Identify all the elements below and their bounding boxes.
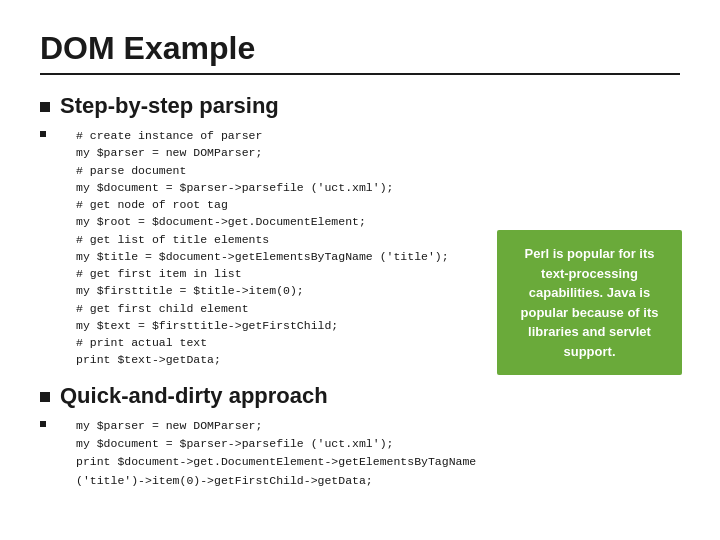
bullet-square-icon <box>40 102 50 112</box>
bullet-square-icon-2 <box>40 392 50 402</box>
slide: DOM Example Step-by-step parsing # creat… <box>0 0 720 540</box>
tooltip-text: Perl is popular for its text-processing … <box>521 246 659 359</box>
section1-header: Step-by-step parsing <box>40 93 680 119</box>
section-quick-dirty: Quick-and-dirty approach my $parser = ne… <box>40 383 680 491</box>
code-block-2: my $parser = new DOMParser; my $document… <box>76 417 476 491</box>
code-block-1: # create instance of parser my $parser =… <box>76 127 449 369</box>
section1-title: Step-by-step parsing <box>60 93 279 119</box>
tooltip-box: Perl is popular for its text-processing … <box>497 230 682 375</box>
bullet-small-icon-2 <box>40 421 46 427</box>
slide-title: DOM Example <box>40 30 680 75</box>
code-block-row2: my $parser = new DOMParser; my $document… <box>40 417 680 491</box>
section2-header: Quick-and-dirty approach <box>40 383 680 409</box>
section2-title: Quick-and-dirty approach <box>60 383 328 409</box>
bullet-small-icon <box>40 131 46 137</box>
